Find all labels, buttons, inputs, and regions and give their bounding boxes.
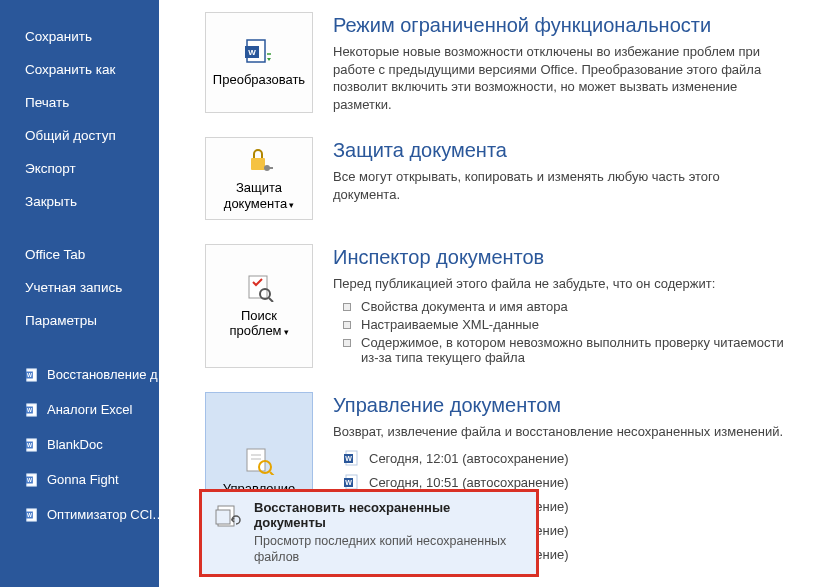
protect-title: Защита документа	[333, 139, 789, 162]
sidebar-item-g2-1[interactable]: Учетная запись	[0, 271, 159, 304]
manage-icon	[243, 447, 275, 475]
svg-text:W: W	[27, 511, 32, 517]
inspect-icon	[243, 274, 275, 302]
sidebar-doc-0[interactable]: WВосстановление д…	[0, 357, 159, 392]
inspect-tile[interactable]: Поиск проблем▾	[205, 244, 313, 368]
backstage-sidebar: СохранитьСохранить какПечатьОбщий доступ…	[0, 0, 159, 587]
manage-title: Управление документом	[333, 394, 789, 417]
version-item-0[interactable]: WСегодня, 12:01 (автосохранение)	[333, 446, 789, 470]
svg-text:W: W	[27, 406, 32, 412]
manage-desc: Возврат, извлечение файла и восстановлен…	[333, 423, 789, 441]
compat-desc: Некоторые новые возможности отключены во…	[333, 43, 789, 113]
inspect-item-1: Настраиваемые XML-данные	[333, 317, 789, 332]
svg-text:W: W	[345, 455, 352, 462]
protect-desc: Все могут открывать, копировать и изменя…	[333, 168, 789, 203]
recover-popup[interactable]: Восстановить несохраненные документы Про…	[199, 489, 539, 577]
svg-rect-24	[247, 449, 265, 471]
popup-desc: Просмотр последних копий несохраненных ф…	[254, 533, 524, 566]
sidebar-doc-4[interactable]: WОптимизатор CCl…	[0, 497, 159, 532]
sidebar-item-g2-0[interactable]: Office Tab	[0, 238, 159, 271]
section-inspect: Поиск проблем▾ Инспектор документов Пере…	[205, 244, 789, 368]
sidebar-doc-1[interactable]: WАналоги Excel	[0, 392, 159, 427]
inspect-item-0: Свойства документа и имя автора	[333, 299, 789, 314]
inspect-label: Поиск проблем▾	[210, 308, 308, 339]
sidebar-item-1[interactable]: Сохранить как	[0, 53, 159, 86]
compat-title: Режим ограниченной функциональности	[333, 14, 789, 37]
sidebar-item-3[interactable]: Общий доступ	[0, 119, 159, 152]
svg-text:W: W	[345, 479, 352, 486]
sidebar-item-0[interactable]: Сохранить	[0, 20, 159, 53]
convert-label: Преобразовать	[213, 72, 305, 88]
sidebar-item-2[interactable]: Печать	[0, 86, 159, 119]
svg-text:W: W	[27, 441, 32, 447]
svg-rect-20	[269, 167, 273, 169]
svg-rect-45	[216, 510, 230, 524]
svg-text:W: W	[27, 371, 32, 377]
sidebar-item-g2-2[interactable]: Параметры	[0, 304, 159, 337]
svg-line-23	[269, 298, 273, 302]
svg-rect-21	[249, 276, 267, 298]
svg-text:W: W	[27, 476, 32, 482]
sidebar-doc-2[interactable]: WBlankDoc	[0, 427, 159, 462]
inspect-desc: Перед публикацией этого файла не забудьт…	[333, 275, 789, 293]
svg-text:W: W	[248, 48, 256, 57]
recover-icon	[214, 502, 242, 530]
sidebar-item-5[interactable]: Закрыть	[0, 185, 159, 218]
protect-tile[interactable]: Защита документа▾	[205, 137, 313, 220]
convert-tile[interactable]: W Преобразовать	[205, 12, 313, 113]
sidebar-doc-3[interactable]: WGonna Fight	[0, 462, 159, 497]
lock-icon	[243, 146, 275, 174]
popup-title: Восстановить несохраненные документы	[254, 500, 524, 530]
protect-label: Защита документа▾	[210, 180, 308, 211]
section-compat: W Преобразовать Режим ограниченной функц…	[205, 12, 789, 113]
word-convert-icon: W	[243, 38, 275, 66]
svg-line-28	[270, 472, 274, 475]
inspect-title: Инспектор документов	[333, 246, 789, 269]
inspect-item-2: Содержимое, в котором невозможно выполни…	[333, 335, 789, 365]
sidebar-item-4[interactable]: Экспорт	[0, 152, 159, 185]
svg-rect-18	[251, 158, 265, 170]
section-protect: Защита документа▾ Защита документа Все м…	[205, 137, 789, 220]
